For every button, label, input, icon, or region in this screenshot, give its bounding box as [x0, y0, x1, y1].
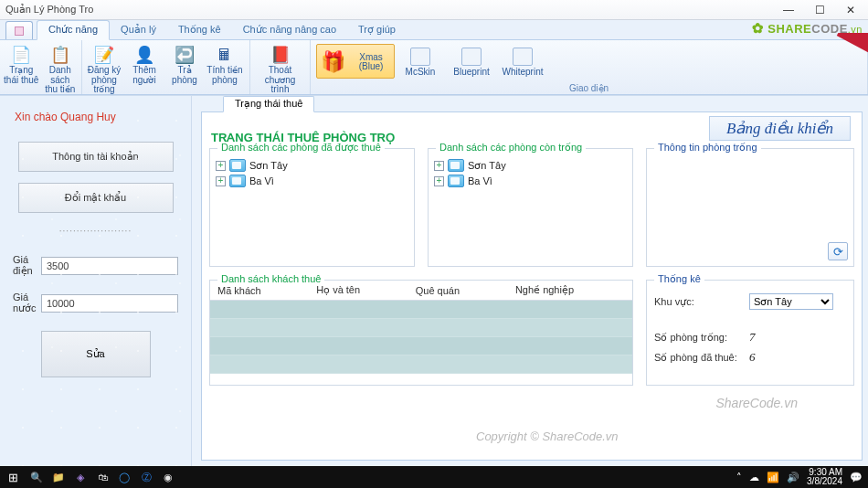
ribbon: Trạng thái thuê Danh sách thu tiền Theo … — [0, 40, 868, 95]
room-info-legend: Thông tin phòng trống — [654, 142, 761, 154]
tray-cloud-icon[interactable]: ☁ — [749, 472, 759, 483]
tray-wifi-icon[interactable]: 📶 — [767, 472, 779, 483]
stats-legend: Thống kê — [654, 273, 704, 285]
edit-prices-button[interactable]: Sửa — [41, 331, 151, 377]
col-quequan[interactable]: Quê quán — [408, 281, 508, 301]
taskbar-clock[interactable]: 9:30 AM 3/8/2024 — [807, 468, 842, 486]
taskbar-vs-icon[interactable]: ◈ — [69, 472, 91, 483]
table-row[interactable] — [210, 337, 632, 355]
electricity-price-input[interactable] — [41, 257, 178, 275]
page-tab-trangthaithue[interactable]: Trạng thái thuê — [223, 96, 314, 112]
ribbon-skin-blueprint[interactable]: Blueprint — [446, 44, 497, 81]
taskbar-store-icon[interactable]: 🛍 — [91, 472, 113, 483]
tenants-table-box: Danh sách khách thuê Mã khách Họ và tên … — [209, 280, 633, 386]
ribbon-btn-danhsachthutien[interactable]: Danh sách thu tiền — [41, 42, 80, 96]
taskbar-app-icon[interactable]: ◯ — [113, 472, 135, 483]
folder-icon — [448, 159, 464, 172]
watermark: ShareCode.vn — [715, 396, 798, 410]
window-title: Quản Lý Phòng Tro — [5, 4, 93, 16]
ribbon-btn-thoat[interactable]: Thoát chương trình — [252, 42, 308, 96]
stats-vacant-value: 7 — [749, 330, 756, 345]
system-tray[interactable]: ˄ ☁ 📶 🔊 9:30 AM 3/8/2024 💬 — [736, 468, 868, 486]
stats-area-label: Khu vực: — [654, 296, 749, 308]
ribbon-tab-trogiup[interactable]: Trợ giúp — [347, 21, 407, 39]
stats-area-select[interactable]: Sơn Tây — [749, 293, 833, 310]
expand-icon[interactable]: + — [434, 176, 444, 186]
list-icon — [50, 45, 70, 65]
add-person-icon — [134, 45, 154, 65]
stats-box: Thống kê Khu vực: Sơn Tây Số phòng trống… — [646, 280, 854, 386]
rented-rooms-box: Danh sách các phòng đã được thuê +Sơn Tâ… — [209, 148, 415, 267]
expand-icon[interactable]: + — [216, 176, 226, 186]
window-maximize-button[interactable]: ☐ — [804, 1, 835, 19]
dashboard-title: Bảng điều khiển — [709, 116, 851, 141]
separator-dots: ····················· — [9, 226, 182, 236]
expand-icon[interactable]: + — [434, 161, 444, 171]
tray-notifications-icon[interactable]: 💬 — [850, 472, 863, 483]
ribbon-skin-whiteprint[interactable]: Whiteprint — [497, 44, 548, 81]
gift-icon — [321, 49, 345, 75]
calculator-icon — [215, 45, 235, 65]
water-price-label: Giá nước — [13, 292, 41, 314]
ribbon-skin-mcskin[interactable]: McSkin — [395, 44, 446, 81]
tenants-legend: Danh sách khách thuê — [217, 273, 324, 284]
vacant-rooms-legend: Danh sách các phòng còn trống — [436, 142, 586, 154]
taskbar-explorer-icon[interactable]: 📁 — [48, 472, 69, 483]
table-row[interactable] — [210, 319, 632, 337]
ribbon-btn-dangkyphong[interactable]: Đăng ký phòng trống — [84, 42, 124, 96]
ribbon-group-giaodien: Giao diện — [312, 83, 865, 94]
ribbon-tabstrip: Chức năng Quản lý Thống kê Chức năng nân… — [0, 20, 868, 40]
skin-preview-icon — [513, 48, 533, 66]
table-row[interactable] — [210, 301, 632, 319]
ribbon-btn-tinhtien[interactable]: Tính tiền phòng — [205, 42, 245, 96]
vacant-rooms-box: Danh sách các phòng còn trống +Sơn Tây +… — [428, 148, 633, 267]
document-check-icon — [11, 45, 31, 65]
skin-preview-icon — [461, 48, 482, 66]
tenants-table: Mã khách Họ và tên Quê quán Nghề nghiệp — [210, 281, 632, 374]
account-info-button[interactable]: Thông tin tài khoản — [18, 142, 174, 172]
sidebar: Xin chào Quang Huy Thông tin tài khoản Đ… — [0, 96, 192, 466]
tray-chevron-icon[interactable]: ˄ — [736, 472, 742, 483]
ribbon-btn-trangthaithue[interactable]: Trạng thái thuê — [2, 42, 41, 96]
tree-node-sontay[interactable]: +Sơn Tây — [434, 159, 627, 172]
ribbon-btn-themnguoi[interactable]: Thêm người — [124, 42, 164, 96]
taskbar-search-icon[interactable]: 🔍 — [26, 472, 48, 483]
ribbon-skin-xmasblue[interactable]: Xmas (Blue) — [316, 44, 395, 79]
expand-icon[interactable]: + — [216, 161, 226, 171]
sharecode-logo: ✿ SHARECODE.vn — [752, 20, 863, 37]
change-password-button[interactable]: Đổi mật khẩu — [18, 183, 174, 213]
window-close-button[interactable]: ✕ — [835, 1, 866, 19]
return-icon — [175, 45, 195, 65]
electricity-price-label: Giá điện — [13, 254, 41, 277]
welcome-text: Xin chào Quang Huy — [15, 111, 182, 123]
watermark-copyright: Copyright © ShareCode.vn — [476, 430, 619, 443]
ribbon-tab-thongke[interactable]: Thống kê — [167, 21, 232, 39]
windows-taskbar[interactable]: ⊞ 🔍 📁 ◈ 🛍 ◯ Ⓩ ◉ ˄ ☁ 📶 🔊 9:30 AM 3/8/2024… — [0, 466, 868, 488]
table-row[interactable] — [210, 355, 632, 374]
stats-rented-value: 6 — [749, 350, 756, 365]
ribbon-tab-chucnang[interactable]: Chức năng — [37, 20, 110, 40]
taskbar-chrome-icon[interactable]: ◉ — [157, 472, 179, 483]
exit-icon — [270, 45, 291, 65]
ribbon-file-tab[interactable] — [5, 21, 33, 39]
app-menu-icon — [15, 27, 24, 36]
ribbon-tab-nangcao[interactable]: Chức năng nâng cao — [232, 21, 347, 39]
window-minimize-button[interactable]: — — [773, 1, 804, 19]
folder-icon — [229, 175, 246, 187]
tree-node-bavi[interactable]: +Ba Vì — [216, 175, 408, 187]
ribbon-btn-traphong[interactable]: Trả phòng — [164, 42, 205, 96]
tray-volume-icon[interactable]: 🔊 — [787, 472, 799, 483]
register-icon — [94, 45, 114, 65]
rented-rooms-legend: Danh sách các phòng đã được thuê — [217, 142, 385, 154]
skin-preview-icon — [410, 48, 430, 66]
tree-node-sontay[interactable]: +Sơn Tây — [216, 159, 408, 172]
refresh-button[interactable]: ⟳ — [828, 242, 848, 260]
ribbon-tab-quanly[interactable]: Quản lý — [110, 21, 167, 39]
start-button[interactable]: ⊞ — [0, 471, 26, 484]
workspace: Xin chào Quang Huy Thông tin tài khoản Đ… — [0, 95, 868, 466]
stats-vacant-label: Số phòng trống: — [654, 332, 749, 344]
water-price-input[interactable] — [41, 294, 178, 313]
tree-node-bavi[interactable]: +Ba Vì — [434, 175, 627, 187]
taskbar-zalo-icon[interactable]: Ⓩ — [135, 471, 157, 484]
col-nghenghiep[interactable]: Nghề nghiệp — [508, 281, 632, 301]
